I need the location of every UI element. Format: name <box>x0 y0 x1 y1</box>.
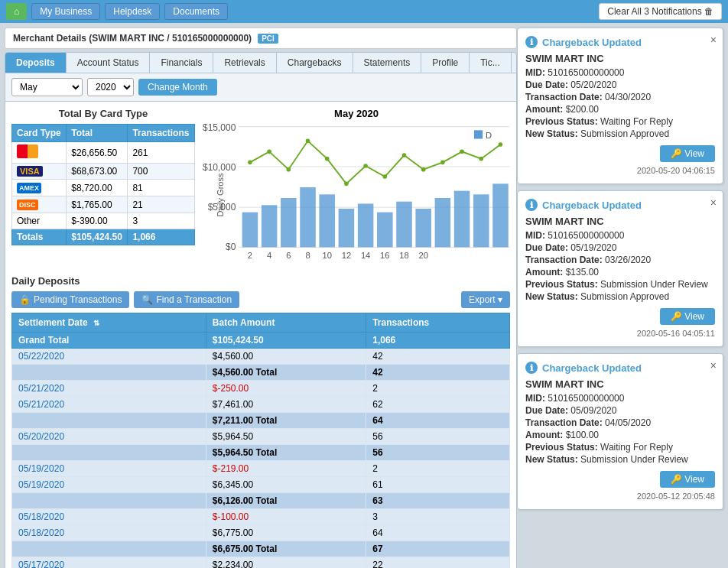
totals-transactions: 1,066 <box>128 229 195 245</box>
svg-text:16: 16 <box>380 251 389 260</box>
notif-title-2: Chargeback Updated <box>542 362 715 374</box>
clear-notifications-button[interactable]: Clear All 3 Notifications 🗑 <box>599 3 722 20</box>
card-transactions-cell: 700 <box>128 164 195 180</box>
tab-retrievals[interactable]: Retrievals <box>213 53 276 73</box>
content-columns: Total By Card Type Card Type Total Trans… <box>11 108 510 268</box>
row-date[interactable]: 05/18/2020 <box>12 525 206 541</box>
svg-text:10: 10 <box>323 251 332 260</box>
find-transaction-button[interactable]: 🔍 Find a Transaction <box>134 291 239 308</box>
nav-my-business[interactable]: My Business <box>31 3 100 20</box>
row-transactions: 61 <box>366 477 510 493</box>
row-amount: $5,964.50 <box>206 429 366 445</box>
card-table-row: AMEX $8,720.00 81 <box>12 180 195 196</box>
chart-section: May 2020 $15,000 $10,000 $5,000 $0 <box>203 108 510 268</box>
date-link[interactable]: 05/17/2020 <box>18 560 64 568</box>
notif-footer-0: 🔑 View <box>525 145 715 162</box>
change-month-button[interactable]: Change Month <box>138 79 217 96</box>
col-transactions-count[interactable]: Transactions <box>366 313 510 333</box>
notification-close-1[interactable]: × <box>710 197 717 208</box>
date-link[interactable]: 05/21/2020 <box>18 399 64 410</box>
table-row: 05/22/2020 $4,560.00 42 <box>12 349 510 365</box>
row-date[interactable]: 05/21/2020 <box>12 397 206 413</box>
info-icon-2: ℹ <box>525 362 538 374</box>
date-link[interactable]: 05/18/2020 <box>18 527 64 538</box>
tab-more[interactable]: Tic... <box>470 53 512 73</box>
col-batch-amount[interactable]: Batch Amount <box>206 313 366 333</box>
svg-point-23 <box>345 182 349 187</box>
notif-header-0: ℹ Chargeback Updated <box>525 36 715 48</box>
row-amount: $7,461.00 <box>206 397 366 413</box>
row-date[interactable]: 05/18/2020 <box>12 509 206 525</box>
row-transactions: 63 <box>366 493 510 509</box>
view-button-1[interactable]: 🔑 View <box>660 308 715 325</box>
notification-close-0[interactable]: × <box>710 34 717 45</box>
card-table-row: VISA $68,673.00 700 <box>12 164 195 180</box>
date-link[interactable]: 05/20/2020 <box>18 431 64 442</box>
export-button[interactable]: Export ▾ <box>461 291 510 308</box>
date-link[interactable]: 05/18/2020 <box>18 511 64 522</box>
card-total-cell: $26,656.50 <box>67 142 128 164</box>
row-date[interactable]: 05/19/2020 <box>12 477 206 493</box>
tab-chargebacks[interactable]: Chargebacks <box>277 53 353 73</box>
row-date[interactable]: 05/22/2020 <box>12 349 206 365</box>
date-link[interactable]: 05/21/2020 <box>18 383 64 394</box>
tab-profile[interactable]: Profile <box>421 53 470 73</box>
card-transactions-cell: 261 <box>128 142 195 164</box>
sort-icon: ⇅ <box>93 319 99 327</box>
svg-rect-4 <box>242 213 258 248</box>
row-transactions: 2 <box>366 461 510 477</box>
notif-amount-0: Amount: $200.00 <box>525 104 715 115</box>
month-select[interactable]: May JanuaryFebruaryMarchApril JuneJulyAu… <box>11 78 83 96</box>
tab-deposits[interactable]: Deposits <box>5 53 67 73</box>
svg-rect-14 <box>435 198 451 247</box>
daily-deposits: Daily Deposits 🔒 Pending Transactions 🔍 … <box>11 275 510 568</box>
row-date <box>12 365 206 381</box>
card-table-row: Other $-390.00 3 <box>12 213 195 229</box>
notification-card-1: × ℹ Chargeback Updated SWIM MART INC MID… <box>517 190 723 347</box>
svg-rect-15 <box>454 191 470 248</box>
notif-title-1: Chargeback Updated <box>542 200 715 211</box>
nav-documents[interactable]: Documents <box>164 3 228 20</box>
row-date <box>12 445 206 461</box>
card-type-section: Total By Card Type Card Type Total Trans… <box>11 108 195 268</box>
row-transactions: 62 <box>366 397 510 413</box>
row-date[interactable]: 05/17/2020 <box>12 557 206 569</box>
grand-total-amount: $105,424.50 <box>206 333 366 349</box>
row-transactions: 64 <box>366 525 510 541</box>
row-date[interactable]: 05/20/2020 <box>12 429 206 445</box>
row-date[interactable]: 05/19/2020 <box>12 461 206 477</box>
row-amount: $5,964.50 Total <box>206 445 366 461</box>
year-select[interactable]: 2020201920182021 <box>87 78 134 96</box>
view-button-2[interactable]: 🔑 View <box>660 471 715 488</box>
tab-bar: Deposits Account Status Financials Retri… <box>5 52 517 73</box>
date-link[interactable]: 05/22/2020 <box>18 351 64 362</box>
row-date <box>12 493 206 509</box>
svg-text:D: D <box>486 131 492 140</box>
nav-helpdesk[interactable]: Helpdesk <box>105 3 160 20</box>
tab-financials[interactable]: Financials <box>150 53 213 73</box>
notif-header-2: ℹ Chargeback Updated <box>525 362 715 374</box>
tab-account-status[interactable]: Account Status <box>67 53 151 73</box>
card-transactions-cell: 21 <box>128 196 195 213</box>
y-axis-label: Daily Gross <box>216 174 225 217</box>
svg-rect-17 <box>493 183 509 247</box>
date-link[interactable]: 05/19/2020 <box>18 479 64 490</box>
svg-rect-13 <box>416 209 432 247</box>
pending-transactions-button[interactable]: 🔒 Pending Transactions <box>11 291 129 308</box>
tab-statements[interactable]: Statements <box>353 53 422 73</box>
col-settlement-date[interactable]: Settlement Date ⇅ <box>12 313 206 333</box>
svg-rect-10 <box>358 203 374 247</box>
svg-point-18 <box>249 161 253 165</box>
notif-mid-2: MID: 510165000000000 <box>525 393 715 404</box>
table-row: 05/20/2020 $5,964.50 56 <box>12 429 510 445</box>
svg-point-25 <box>383 174 388 179</box>
svg-point-19 <box>268 150 272 154</box>
controls-row: May JanuaryFebruaryMarchApril JuneJulyAu… <box>5 73 517 102</box>
date-link[interactable]: 05/19/2020 <box>18 463 64 474</box>
notification-close-2[interactable]: × <box>710 360 717 371</box>
view-button-0[interactable]: 🔑 View <box>660 145 715 162</box>
merchant-header: Merchant Details (SWIM MART INC / 510165… <box>5 28 517 49</box>
svg-rect-9 <box>339 209 355 247</box>
home-button[interactable]: ⌂ <box>6 3 27 20</box>
row-date[interactable]: 05/21/2020 <box>12 381 206 397</box>
